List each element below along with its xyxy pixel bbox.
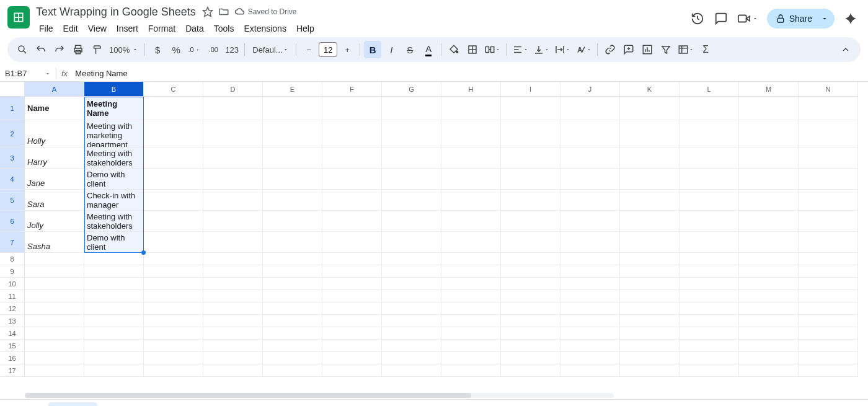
cell[interactable] [322,290,382,302]
cell[interactable] [620,97,680,120]
cell[interactable] [144,302,203,315]
cell[interactable] [382,232,441,253]
cell[interactable] [620,364,680,377]
menu-edit[interactable]: Edit [59,21,82,36]
cell[interactable] [203,302,263,315]
halign-button[interactable] [510,41,530,58]
cell[interactable] [739,290,799,302]
cell[interactable] [739,364,799,377]
cell[interactable] [739,327,799,340]
filter-views-icon[interactable] [676,41,696,58]
cell[interactable] [620,315,680,327]
cell[interactable] [441,169,501,190]
cell[interactable] [382,278,441,290]
cell[interactable] [560,278,620,290]
cell[interactable]: Sara [25,190,84,211]
star-icon[interactable] [202,6,213,17]
cell[interactable] [144,290,203,302]
name-box[interactable]: B1:B7 [0,69,56,78]
cell[interactable] [620,148,680,169]
cell[interactable] [84,302,144,315]
cell[interactable] [501,290,560,302]
cell[interactable] [680,232,739,253]
cell[interactable] [620,253,680,265]
cell[interactable] [620,278,680,290]
cell[interactable] [203,327,263,340]
cell[interactable] [501,265,560,278]
cell[interactable] [144,340,203,352]
cell[interactable] [739,340,799,352]
cell[interactable] [322,302,382,315]
cell[interactable] [263,97,322,120]
column-header[interactable]: L [680,82,739,97]
formula-bar[interactable]: Meeting Name [73,69,868,78]
cell[interactable] [739,211,799,232]
font-size-input[interactable] [319,42,337,57]
cell[interactable] [84,340,144,352]
gemini-icon[interactable] [843,11,858,26]
cell[interactable] [322,265,382,278]
cell[interactable]: Meeting Name [84,97,144,120]
cell[interactable] [739,232,799,253]
cell[interactable] [25,265,84,278]
redo-icon[interactable] [51,41,68,58]
cell[interactable] [620,302,680,315]
cell[interactable] [501,278,560,290]
cell[interactable] [25,340,84,352]
percent-icon[interactable]: % [167,41,185,58]
cell[interactable] [799,232,858,253]
share-dropdown[interactable] [815,9,835,29]
insert-comment-icon[interactable] [620,41,637,58]
cell[interactable] [560,253,620,265]
cell[interactable] [441,97,501,120]
wrap-button[interactable] [552,41,572,58]
cell[interactable] [799,148,858,169]
cell[interactable] [263,190,322,211]
sheet-tab[interactable]: Sheet1 [48,402,97,406]
cell[interactable] [203,120,263,148]
cell[interactable] [799,278,858,290]
row-header[interactable]: 7 [0,232,25,253]
cell[interactable] [680,352,739,364]
rotate-button[interactable]: A [574,41,593,58]
cell[interactable]: Sasha [25,232,84,253]
cell[interactable] [203,340,263,352]
cell[interactable] [739,302,799,315]
row-header[interactable]: 5 [0,190,25,211]
cell[interactable] [501,190,560,211]
cell[interactable] [322,315,382,327]
link-icon[interactable] [601,41,619,58]
row-header[interactable]: 8 [0,253,25,265]
cell[interactable] [799,352,858,364]
cell[interactable] [203,352,263,364]
cell[interactable] [680,120,739,148]
menu-format[interactable]: Format [144,21,180,36]
horizontal-scrollbar[interactable] [0,392,868,399]
cell[interactable] [322,97,382,120]
cell[interactable] [560,327,620,340]
zoom-select[interactable]: 100% [107,41,141,58]
cell[interactable] [322,278,382,290]
cell[interactable] [322,253,382,265]
cell[interactable] [263,211,322,232]
cell[interactable] [620,120,680,148]
cell[interactable] [620,190,680,211]
cell[interactable] [144,278,203,290]
undo-icon[interactable] [32,41,50,58]
cell[interactable] [560,190,620,211]
cell[interactable] [84,278,144,290]
cell[interactable] [263,120,322,148]
strikethrough-button[interactable]: S [401,41,418,58]
cell[interactable] [144,232,203,253]
cell[interactable] [382,169,441,190]
all-sheets-button[interactable] [25,402,43,407]
column-header[interactable]: H [441,82,501,97]
cell[interactable] [144,265,203,278]
cell[interactable] [739,265,799,278]
cell[interactable] [203,315,263,327]
cell[interactable] [203,169,263,190]
cell[interactable] [25,290,84,302]
cell[interactable] [620,340,680,352]
cell[interactable] [739,120,799,148]
search-icon[interactable] [14,41,31,58]
